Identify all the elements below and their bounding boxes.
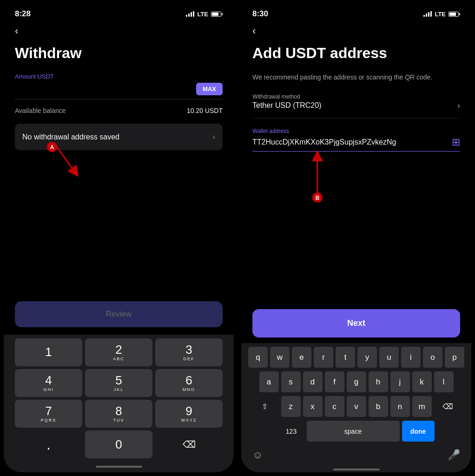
key-m[interactable]: m — [412, 396, 432, 417]
amount-row: MAX — [15, 83, 223, 99]
key-backspace[interactable]: ⌫ — [434, 396, 462, 417]
balance-row: Available balance 10.20 USDT — [15, 107, 223, 114]
withdrawal-method-chevron: › — [457, 101, 460, 111]
withdrawal-method-value: Tether USD (TRC20) — [252, 101, 321, 110]
signal-icon — [186, 11, 194, 17]
right-page-title: Add USDT address — [252, 45, 460, 62]
left-back-button[interactable]: ‹ — [15, 21, 223, 45]
keyboard-row-2: a s d f g h j k l — [243, 371, 469, 392]
keypad-row-1: 1 2ABC 3DEF — [6, 338, 232, 366]
left-time: 8:28 — [15, 9, 31, 19]
keypad-row-3: 7PQRS 8TUV 9WXYZ — [6, 400, 232, 428]
key-w[interactable]: w — [270, 347, 290, 368]
right-phone: 8:30 LTE ‹ A — [238, 0, 475, 476]
key-shift[interactable]: ⇧ — [251, 396, 279, 417]
key-dot[interactable]: . — [15, 430, 82, 458]
numeric-keypad: 1 2ABC 3DEF 4GHI 5JKL 6MNO 7PQRS 8TUV 9W… — [4, 335, 234, 472]
no-address-chevron: › — [212, 132, 215, 142]
battery-icon — [211, 12, 223, 17]
left-home-bar — [6, 461, 232, 470]
key-h[interactable]: h — [369, 371, 388, 392]
key-z[interactable]: z — [281, 396, 301, 417]
no-address-container: No withdrawal address saved › A — [15, 124, 223, 159]
no-address-text: No withdrawal address saved — [22, 133, 119, 141]
left-page-title: Withdraw — [15, 45, 223, 62]
wallet-address-row: ⊞ — [252, 136, 460, 152]
key-j[interactable]: j — [390, 371, 410, 392]
key-5[interactable]: 5JKL — [85, 369, 152, 397]
lte-label: LTE — [197, 11, 208, 18]
wallet-address-label: Wallet address — [252, 128, 460, 134]
key-3[interactable]: 3DEF — [155, 338, 223, 366]
right-status-icons: LTE — [423, 11, 460, 18]
key-1[interactable]: 1 — [15, 338, 82, 366]
key-n[interactable]: n — [390, 396, 410, 417]
next-button[interactable]: Next — [252, 309, 460, 337]
amount-input[interactable] — [15, 84, 196, 94]
key-6[interactable]: 6MNO — [155, 369, 223, 397]
key-x[interactable]: x — [303, 396, 323, 417]
amount-label: Amount USDT — [15, 73, 223, 80]
key-y[interactable]: y — [357, 347, 377, 368]
key-c[interactable]: c — [325, 396, 344, 417]
key-7[interactable]: 7PQRS — [15, 400, 82, 428]
qr-code-icon[interactable]: ⊞ — [452, 136, 460, 148]
key-2[interactable]: 2ABC — [85, 338, 152, 366]
key-a[interactable]: a — [259, 371, 279, 392]
right-status-bar: 8:30 LTE — [241, 4, 471, 21]
key-9[interactable]: 9WXYZ — [155, 400, 223, 428]
balance-label: Available balance — [15, 107, 66, 114]
right-lte-label: LTE — [435, 11, 446, 18]
left-status-icons: LTE — [186, 11, 223, 18]
keypad-row-2: 4GHI 5JKL 6MNO — [6, 369, 232, 397]
key-d[interactable]: d — [303, 371, 323, 392]
key-done[interactable]: done — [402, 421, 435, 442]
withdrawal-method-label: Withdrawal method — [252, 93, 460, 100]
key-t[interactable]: t — [336, 347, 355, 368]
key-0[interactable]: 0 — [85, 430, 152, 458]
key-123[interactable]: 123 — [278, 421, 304, 442]
key-8[interactable]: 8TUV — [85, 400, 152, 428]
key-p[interactable]: p — [445, 347, 464, 368]
review-button[interactable]: Review — [15, 301, 223, 327]
key-delete[interactable]: ⌫ — [155, 430, 223, 458]
withdrawal-method-row[interactable]: Tether USD (TRC20) › — [252, 101, 460, 111]
key-u[interactable]: u — [379, 347, 399, 368]
right-back-button[interactable]: ‹ — [252, 21, 460, 45]
keyboard-row-4: 123 space done — [243, 421, 469, 442]
max-button[interactable]: MAX — [196, 83, 223, 95]
emoji-icon[interactable]: ☺ — [252, 449, 263, 461]
right-battery-icon — [449, 12, 460, 17]
keypad-row-4: . 0 ⌫ — [6, 430, 232, 458]
key-r[interactable]: r — [314, 347, 333, 368]
page-subtitle: We recommend pasting the address or scan… — [252, 73, 460, 82]
right-time: 8:30 — [252, 9, 268, 19]
key-e[interactable]: e — [292, 347, 311, 368]
key-s[interactable]: s — [281, 371, 301, 392]
key-v[interactable]: v — [347, 396, 366, 417]
key-q[interactable]: q — [248, 347, 268, 368]
wallet-address-input[interactable] — [252, 138, 448, 146]
emoji-mic-row: ☺ 🎤 — [243, 445, 469, 463]
wallet-address-section: Wallet address ⊞ — [252, 128, 460, 152]
key-g[interactable]: g — [347, 371, 366, 392]
keyboard-row-1: q w e r t y u i o p — [243, 347, 469, 368]
key-k[interactable]: k — [412, 371, 432, 392]
key-l[interactable]: l — [434, 371, 454, 392]
key-o[interactable]: o — [423, 347, 442, 368]
right-content: ‹ Add USDT address We recommend pasting … — [241, 21, 471, 343]
key-4[interactable]: 4GHI — [15, 369, 82, 397]
left-content: ‹ Withdraw Amount USDT MAX Available bal… — [4, 21, 234, 335]
key-b[interactable]: b — [369, 396, 388, 417]
keyboard-row-3: ⇧ z x c v b n m ⌫ — [243, 396, 469, 417]
key-space[interactable]: space — [307, 421, 400, 442]
microphone-icon[interactable]: 🎤 — [448, 449, 460, 461]
right-home-bar — [243, 463, 469, 472]
key-i[interactable]: i — [401, 347, 421, 368]
right-signal-icon — [423, 11, 432, 17]
key-f[interactable]: f — [325, 371, 344, 392]
qwerty-keyboard: q w e r t y u i o p a s d f g — [241, 343, 471, 472]
balance-value: 10.20 USDT — [187, 107, 223, 114]
withdrawal-method-section: Withdrawal method Tether USD (TRC20) › — [252, 93, 460, 119]
no-address-box[interactable]: No withdrawal address saved › — [15, 124, 223, 150]
